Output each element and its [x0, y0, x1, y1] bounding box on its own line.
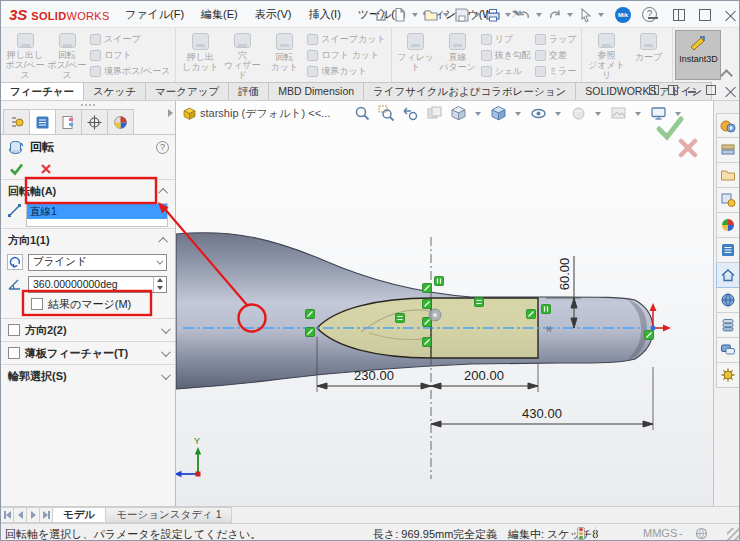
redo-dropdown-icon[interactable] — [567, 13, 573, 17]
direction2-checkbox[interactable] — [8, 324, 20, 336]
globe-status-icon[interactable] — [695, 527, 708, 540]
resize-grip[interactable] — [727, 528, 739, 540]
property-manager-tab[interactable] — [29, 109, 56, 134]
confirm-ok-icon[interactable] — [659, 119, 681, 137]
flyout-tree-arrow-icon[interactable] — [168, 109, 173, 117]
dim-430[interactable]: 430.00 — [522, 406, 562, 421]
close-button[interactable] — [725, 9, 737, 21]
forum-icon[interactable] — [716, 338, 740, 363]
menu-view[interactable]: 表示(V) — [255, 7, 292, 22]
next-tab-icon[interactable] — [26, 507, 40, 523]
tab-sketch[interactable]: スケッチ — [83, 82, 146, 100]
selected-axis-item[interactable]: 直線1 — [27, 204, 167, 219]
plm-services-icon[interactable] — [716, 313, 740, 338]
display-manager-tab[interactable] — [107, 109, 134, 134]
reverse-direction-icon[interactable] — [7, 254, 23, 270]
select-arrow-icon[interactable] — [578, 7, 594, 23]
panel-splitter-handle[interactable] — [1, 101, 175, 109]
menu-insert[interactable]: 挿入(I) — [308, 7, 340, 22]
tab-markup[interactable]: マークアップ — [145, 82, 229, 100]
collapse-direction1-icon[interactable] — [158, 236, 168, 246]
select-dropdown-icon[interactable] — [598, 13, 604, 17]
new-document-icon[interactable] — [392, 7, 408, 23]
tab-mbd-dimension[interactable]: MBD Dimension — [268, 82, 364, 100]
prev-tab-icon[interactable] — [13, 507, 27, 523]
solidworks-resources-icon[interactable] — [716, 113, 740, 138]
thin-feature-section-header[interactable]: 薄板フィーチャー(T) — [1, 342, 175, 364]
tile-windows-button[interactable] — [673, 9, 685, 21]
home-icon[interactable] — [373, 7, 389, 23]
dim-60[interactable]: 60.00 — [557, 258, 572, 291]
expand-contour-icon[interactable] — [161, 370, 171, 380]
menu-file[interactable]: ファイル(F) — [125, 7, 184, 22]
direction2-section-header[interactable]: 方向2(2) — [1, 319, 175, 341]
file-explorer-icon[interactable] — [716, 163, 740, 188]
collapse-ribbon-icon[interactable] — [722, 70, 731, 76]
view-orientation-icon[interactable] — [450, 105, 467, 122]
confirm-cancel-icon[interactable] — [681, 141, 695, 155]
redo-icon[interactable] — [547, 7, 563, 23]
custom-properties-icon[interactable] — [716, 238, 740, 263]
motion-study-tab[interactable]: モーションスタディ 1 — [105, 507, 232, 523]
thin-feature-checkbox[interactable] — [8, 347, 20, 359]
tab-features[interactable]: フィーチャー — [0, 82, 84, 100]
design-library-icon[interactable] — [716, 138, 740, 163]
ok-check-icon[interactable] — [9, 162, 24, 176]
minimize-button[interactable] — [647, 9, 659, 21]
undo-icon[interactable] — [516, 7, 532, 23]
open-dropdown-icon[interactable] — [443, 13, 449, 17]
doc-pane2-icon[interactable] — [668, 85, 678, 95]
angle-spinner[interactable] — [153, 277, 166, 292]
content-central-icon[interactable] — [716, 288, 740, 313]
zoom-area-icon[interactable] — [378, 105, 395, 122]
save-icon[interactable] — [454, 7, 470, 23]
contour-section-header[interactable]: 輪郭選択(S) — [1, 365, 175, 387]
view-palette-icon[interactable] — [716, 188, 740, 213]
dimxpert-tab[interactable] — [81, 109, 108, 134]
merge-result-checkbox[interactable] — [31, 298, 43, 310]
print-dropdown-icon[interactable] — [505, 13, 511, 17]
collapse-axis-icon[interactable] — [158, 187, 168, 197]
hide-show-dropdown-icon[interactable] — [555, 112, 561, 116]
previous-view-icon[interactable] — [402, 105, 419, 122]
new-dropdown-icon[interactable] — [412, 13, 418, 17]
expand-direction2-icon[interactable] — [161, 324, 171, 334]
maximize-button[interactable] — [699, 9, 711, 21]
doc-pane-icon[interactable] — [649, 85, 659, 95]
tab-evaluate[interactable]: 評価 — [228, 82, 269, 100]
dim-230[interactable]: 230.00 — [354, 368, 394, 383]
axis-section-header[interactable]: 回転軸(A) — [1, 180, 175, 202]
last-tab-icon[interactable] — [39, 507, 53, 523]
pm-help-icon[interactable]: ? — [156, 141, 169, 154]
axis-selection-listbox[interactable]: 直線1 — [26, 203, 168, 227]
menu-edit[interactable]: 編集(E) — [201, 7, 238, 22]
doc-restore-button[interactable] — [706, 85, 716, 95]
tab-lifecycle[interactable]: ライフサイクルおよびコラボレーション — [363, 82, 576, 100]
doc-minimize-button[interactable] — [687, 85, 697, 95]
open-icon[interactable] — [423, 7, 439, 23]
units-selector[interactable]: MMGS — [643, 527, 677, 539]
save-dropdown-icon[interactable] — [474, 13, 480, 17]
end-condition-select[interactable]: ブラインド — [28, 254, 167, 271]
configuration-tab[interactable] — [55, 109, 82, 134]
hide-show-items-icon[interactable] — [530, 105, 547, 122]
design-tree-tab[interactable] — [3, 109, 30, 134]
display-style-icon[interactable] — [490, 105, 507, 122]
dim-200[interactable]: 200.00 — [464, 368, 504, 383]
doc-close-button[interactable] — [725, 85, 735, 95]
cancel-x-icon[interactable] — [40, 163, 52, 175]
zoom-fit-icon[interactable] — [354, 105, 371, 122]
flyout-tree-label[interactable]: starship (デフォルト) <<... — [183, 106, 330, 121]
display-style-dropdown-icon[interactable] — [515, 112, 521, 116]
settings-icon[interactable] — [716, 363, 740, 388]
undo-dropdown-icon[interactable] — [536, 13, 542, 17]
angle-input[interactable]: 360.00000000deg — [28, 276, 167, 293]
model-tab[interactable]: モデル — [52, 507, 106, 523]
print-icon[interactable] — [485, 7, 501, 23]
user-avatar[interactable]: Mik — [615, 7, 631, 23]
graphics-viewport[interactable]: 230.00 200.00 430.00 60.00 — [176, 101, 713, 506]
view-orientation-dropdown-icon[interactable] — [475, 112, 481, 116]
appearances-icon[interactable] — [716, 213, 740, 238]
expand-thin-feature-icon[interactable] — [161, 347, 171, 357]
instant3d-button[interactable]: Instant3D — [675, 30, 721, 80]
